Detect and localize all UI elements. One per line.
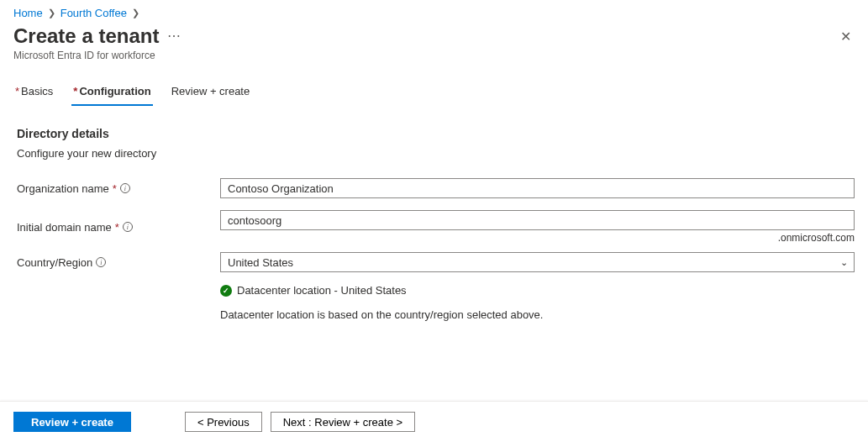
breadcrumb-parent[interactable]: Fourth Coffee — [60, 7, 127, 19]
review-create-button[interactable]: Review + create — [13, 412, 131, 432]
tab-basics[interactable]: *Basics — [13, 82, 55, 106]
org-name-input[interactable] — [220, 178, 855, 198]
check-circle-icon: ✓ — [220, 285, 232, 297]
chevron-right-icon: ❯ — [48, 8, 55, 18]
required-indicator: * — [113, 182, 117, 195]
wizard-footer: Review + create < Previous Next : Review… — [0, 401, 868, 442]
tab-configuration[interactable]: *Configuration — [71, 82, 152, 106]
page-title: Create a tenant — [13, 24, 159, 48]
required-indicator: * — [115, 221, 119, 234]
tab-label: Basics — [21, 85, 53, 97]
close-icon[interactable]: ✕ — [837, 25, 855, 48]
country-region-label: Country/Region — [17, 256, 92, 269]
required-indicator: * — [73, 85, 77, 97]
domain-name-label: Initial domain name — [17, 221, 112, 234]
section-title: Directory details — [17, 127, 855, 140]
tab-review-create[interactable]: Review + create — [170, 82, 252, 106]
tab-label: Configuration — [79, 85, 150, 97]
tab-label: Review + create — [171, 85, 250, 97]
section-description: Configure your new directory — [17, 147, 855, 160]
info-icon[interactable]: i — [123, 222, 133, 232]
info-icon[interactable]: i — [120, 183, 130, 193]
country-region-select[interactable] — [220, 252, 855, 272]
required-indicator: * — [15, 85, 19, 97]
more-icon[interactable]: ⋯ — [167, 29, 181, 43]
domain-suffix: .onmicrosoft.com — [220, 232, 855, 244]
info-icon[interactable]: i — [96, 257, 106, 267]
wizard-tabs: *Basics *Configuration Review + create — [13, 82, 855, 107]
domain-name-input[interactable] — [220, 210, 855, 230]
datacenter-location: Datacenter location - United States — [237, 284, 407, 297]
chevron-right-icon: ❯ — [132, 8, 139, 18]
breadcrumb: Home ❯ Fourth Coffee ❯ — [13, 7, 855, 19]
previous-button[interactable]: < Previous — [185, 412, 262, 432]
datacenter-note: Datacenter location is based on the coun… — [220, 308, 855, 321]
org-name-label: Organization name — [17, 182, 109, 195]
page-subtitle: Microsoft Entra ID for workforce — [13, 50, 855, 61]
breadcrumb-home[interactable]: Home — [13, 7, 43, 19]
next-button[interactable]: Next : Review + create > — [271, 412, 415, 432]
